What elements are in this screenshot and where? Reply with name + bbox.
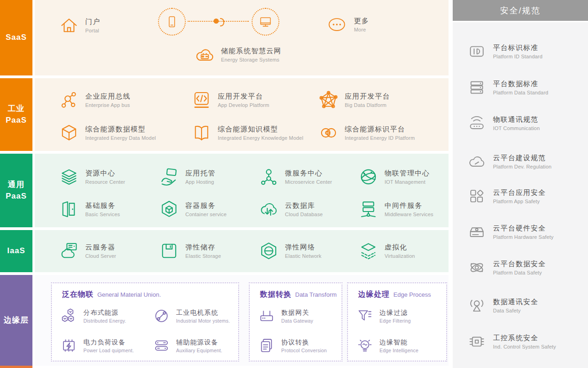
atom-icon bbox=[468, 258, 486, 277]
item-middleware-services: 中间件服务Middleware Services bbox=[358, 199, 433, 219]
lightbulb-icon bbox=[356, 337, 373, 354]
item-container-service: 容器服务Container service bbox=[159, 199, 227, 219]
item-power-load: 电力负荷设备Power Load quipment. bbox=[60, 337, 134, 354]
item-energy-storage: 储能系统智慧云网Energy Storage Systems bbox=[195, 44, 281, 65]
item-elastic-storage: 弹性储存Elastic Storage bbox=[159, 241, 221, 261]
item-iot-communication: 物联通讯规范IOT Communication bbox=[468, 114, 540, 132]
motor-link-icon bbox=[153, 307, 170, 324]
cloud-server-icon bbox=[59, 241, 79, 261]
item-platform-hardware-safety: 云平台硬件安全Platform Hardware Safety bbox=[468, 223, 554, 241]
item-protocol-conversion: 协议转换Protocol Conversion bbox=[258, 337, 327, 354]
edge-group-title: 泛在物联General Material Union. bbox=[62, 290, 161, 299]
item-basic-services: 基础服务Basic Services bbox=[59, 199, 120, 219]
code-window-icon bbox=[191, 90, 212, 110]
cloud-battery-icon bbox=[195, 44, 215, 65]
layers-icon bbox=[59, 167, 79, 187]
funnel-icon bbox=[356, 307, 373, 324]
item-data-comm-safety: 数据通讯安全Data Safety bbox=[468, 296, 538, 315]
network-graph-icon bbox=[318, 90, 339, 110]
app-grid-icon bbox=[468, 187, 486, 206]
wifi-router-icon bbox=[468, 114, 486, 132]
item-platform-data-safety: 云平台数据安全Platform Data Safety bbox=[468, 258, 546, 277]
power-load-icon bbox=[60, 337, 77, 354]
stacked-layers-icon bbox=[358, 241, 379, 261]
edge-group-title: 数据转换Data Transform bbox=[260, 290, 337, 299]
rail-saas: SaaS bbox=[0, 0, 32, 75]
item-energy-knowledge-model: 综合能源知识模型Integrated Energy Knowledge Mode… bbox=[191, 123, 303, 143]
edge-group-title: 边缘处理Edge Process bbox=[358, 290, 431, 299]
hexagons-icon bbox=[60, 307, 77, 324]
item-cloud-database: 云数据库Cloud Database bbox=[259, 199, 323, 219]
item-cloud-server: 云服务器Cloud Server bbox=[59, 241, 116, 261]
floppy-icon bbox=[159, 241, 179, 261]
item-enterprise-app-bus: 企业应用总线Enterprise App bus bbox=[59, 90, 131, 110]
item-platform-id-standard: 平台标识标准Platform ID Standard bbox=[468, 42, 543, 61]
hexagon-theta-icon bbox=[259, 241, 279, 261]
item-edge-filtering: 边缘过滤Edge Filtering bbox=[356, 307, 411, 324]
broadcast-icon bbox=[468, 296, 486, 315]
server-node-icon bbox=[358, 199, 379, 219]
hexagon-cube-icon bbox=[159, 199, 179, 219]
documents-icon bbox=[258, 337, 275, 354]
item-energy-data-model: 综合能源数据模型Integrated Energy Data Model bbox=[59, 123, 156, 143]
item-app-develop-platform: 应用开发平台App Develop Platform bbox=[191, 90, 269, 110]
open-book-icon bbox=[191, 123, 212, 143]
ellipsis-icon bbox=[326, 15, 348, 34]
rail-bottom-strip bbox=[0, 366, 32, 368]
item-industrial-control-safety: 工控系统安全Ind. Control System Safety bbox=[468, 332, 556, 351]
hand-hosting-icon bbox=[159, 167, 179, 187]
layer-row-iaas: 云服务器Cloud Server 弹性储存Elastic Storage 弹性网… bbox=[35, 230, 449, 272]
edge-group-material-union: 泛在物联General Material Union. 分布式能源Distrib… bbox=[51, 282, 239, 362]
server-stack-icon bbox=[468, 78, 486, 97]
item-iot-management: 物联管理中心IOT Management bbox=[358, 167, 430, 187]
rail-general-paas: 通用PaaS bbox=[0, 154, 32, 227]
rail-iaas: IaaS bbox=[0, 230, 32, 272]
rail-industrial-paas: 工业PaaS bbox=[0, 78, 32, 151]
cloud-arrows-icon bbox=[259, 199, 279, 219]
item-app-hosting: 应用托管App Hosting bbox=[159, 167, 215, 187]
security-panel-header: 安全/规范 bbox=[453, 0, 588, 21]
router-icon bbox=[258, 307, 275, 324]
cube-icon bbox=[59, 123, 79, 143]
hard-drive-icon bbox=[468, 223, 486, 241]
item-edge-intelligence: 边缘智能Edge Intelligence bbox=[356, 337, 418, 354]
item-distributed-energy: 分布式能源Distributed Energy. bbox=[60, 307, 126, 324]
globe-icon bbox=[358, 167, 379, 187]
layer-row-saas: 门户Portal 储能系统智慧云网Energy Storage Systems … bbox=[35, 0, 449, 75]
layer-row-industrial-paas: 企业应用总线Enterprise App bus 应用开发平台App Devel… bbox=[35, 78, 449, 151]
cloud-icon bbox=[468, 152, 486, 171]
microservice-nodes-icon bbox=[259, 167, 279, 187]
item-energy-id-platform: 综合能源标识平台Integrated Energy ID Platform bbox=[318, 123, 415, 143]
molecule-icon bbox=[59, 90, 79, 110]
item-platform-data-standard: 平台数据标准Platform Data Standard bbox=[468, 78, 548, 97]
layer-row-edge: 泛在物联General Material Union. 分布式能源Distrib… bbox=[35, 275, 449, 366]
item-elastic-network: 弹性网络Elastic Network bbox=[259, 241, 322, 261]
capsules-icon bbox=[153, 337, 170, 354]
item-platform-dev-regulation: 云平台建设规范Platform Dev. Regulation bbox=[468, 152, 551, 171]
item-platform-app-safety: 云平台应用安全Platform App Safety bbox=[468, 187, 546, 206]
edge-group-edge-process: 边缘处理Edge Process 边缘过滤Edge Filtering 边缘智能… bbox=[347, 282, 447, 362]
item-auxiliary-equipment: 辅助能源设备Auxiliary Equipment. bbox=[153, 337, 222, 354]
layer-row-general-paas: 资源中心Resource Center 应用托管App Hosting 微服务中… bbox=[35, 154, 449, 227]
smartphone-icon bbox=[158, 8, 186, 36]
item-virtualization: 虚拟化Virtualization bbox=[358, 241, 415, 261]
item-data-gateway: 数据网关Data Gateway bbox=[258, 307, 313, 324]
linked-rings-icon bbox=[318, 123, 339, 143]
item-industrial-motor: 工业电机系统Industrial Motor ystems. bbox=[153, 307, 230, 324]
item-more: 更多More bbox=[326, 15, 369, 34]
chip-icon bbox=[468, 332, 486, 351]
id-badge-icon bbox=[468, 42, 486, 61]
edge-group-data-transform: 数据转换Data Transform 数据网关Data Gateway 协议转换… bbox=[249, 282, 342, 362]
home-icon bbox=[59, 15, 79, 36]
door-icon bbox=[59, 199, 79, 219]
link-arc bbox=[220, 18, 224, 26]
item-resource-center: 资源中心Resource Center bbox=[59, 167, 125, 187]
item-big-data-platform: 应用开发平台Big Data Dlatform bbox=[318, 90, 390, 110]
monitor-icon bbox=[252, 8, 279, 36]
item-microservice-center: 微服务中心Microservice Center bbox=[259, 167, 332, 187]
security-panel: 平台标识标准Platform ID Standard 平台数据标准Platfor… bbox=[453, 22, 588, 368]
rail-edge-layer: 边缘层 bbox=[0, 275, 32, 366]
link-dot bbox=[214, 19, 219, 24]
item-portal: 门户Portal bbox=[59, 15, 101, 36]
